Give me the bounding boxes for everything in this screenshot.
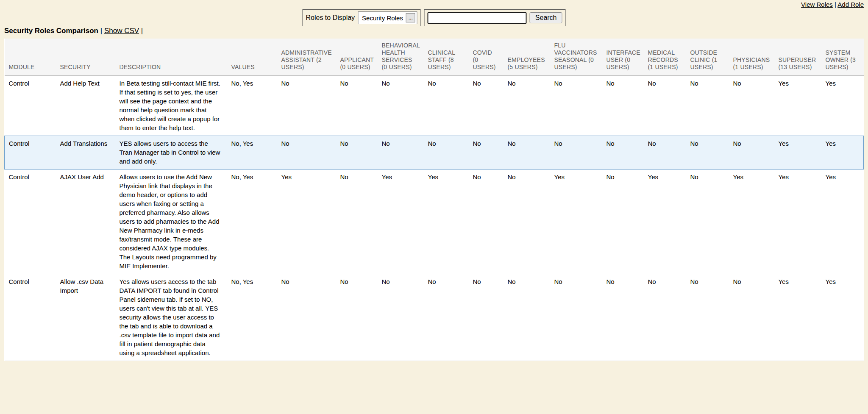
column-header-clinical-staff: CLINICAL STAFF (8 USERS) [424,39,469,75]
role-value-cell: No [504,136,550,169]
table-header-row: MODULE SECURITY DESCRIPTION VALUES ADMIN… [5,39,864,75]
role-value-cell: Yes [774,75,821,136]
role-value-cell: No [336,136,378,169]
role-value-cell: Yes [821,75,864,136]
column-header-covid: COVID (0 USERS) [469,39,504,75]
column-header-administrative-assistant: ADMINISTRATIVE ASSISTANT (2 USERS) [277,39,336,75]
roles-picker-button[interactable]: ... [406,13,415,22]
search-group: Search [424,9,566,26]
values-cell: No, Yes [227,75,277,136]
column-header-behavioral-health-services: BEHAVIORAL HEALTH SERVICES (0 USERS) [378,39,424,75]
search-button[interactable]: Search [530,12,562,23]
view-roles-link[interactable]: View Roles [801,1,833,8]
role-value-cell: No [469,169,504,274]
role-value-cell: No [336,169,378,274]
role-value-cell: No [277,75,336,136]
description-cell: In Beta testing still-contact MIE first.… [115,75,227,136]
role-value-cell: No [729,75,774,136]
role-value-cell: No [378,274,424,361]
values-cell: No, Yes [227,169,277,274]
role-value-cell: No [469,274,504,361]
role-value-cell: Yes [821,274,864,361]
role-value-cell: No [550,75,602,136]
role-value-cell: No [644,274,686,361]
role-value-cell: No [469,136,504,169]
roles-select-value: Security Roles [362,14,403,22]
column-header-system-owner: SYSTEM OWNER (3 USERS) [821,39,864,75]
role-value-cell: No [602,169,644,274]
table-row-highlighted[interactable]: Control Add Translations YES allows user… [5,136,864,169]
roles-to-display-group: Roles to Display Security Roles ... [302,9,420,26]
roles-toolbar: Roles to Display Security Roles ... Sear… [302,9,565,26]
module-cell: Control [5,136,56,169]
column-header-outside-clinic: OUTSIDE CLINIC (1 USERS) [686,39,729,75]
security-cell: AJAX User Add [56,169,115,274]
security-roles-comparison-table: MODULE SECURITY DESCRIPTION VALUES ADMIN… [4,39,864,361]
role-value-cell: No [686,75,729,136]
role-value-cell: No [424,136,469,169]
add-role-link[interactable]: Add Role [837,1,864,8]
column-header-description: DESCRIPTION [115,39,227,75]
role-value-cell: No [644,75,686,136]
table-row[interactable]: Control Allow .csv Data Import Yes allow… [5,274,864,361]
column-header-values: VALUES [227,39,277,75]
role-value-cell: Yes [774,274,821,361]
security-cell: Add Help Text [56,75,115,136]
column-header-interface-user: INTERFACE USER (0 USERS) [602,39,644,75]
role-value-cell: Yes [550,169,602,274]
role-value-cell: No [729,136,774,169]
search-input[interactable] [428,12,527,24]
role-value-cell: No [602,274,644,361]
role-value-cell: Yes [424,169,469,274]
column-header-physicians: PHYSICIANS (1 USERS) [729,39,774,75]
role-value-cell: No [504,274,550,361]
description-cell: YES allows users to access the Tran Mana… [115,136,227,169]
role-value-cell: No [504,169,550,274]
role-value-cell: No [277,274,336,361]
role-value-cell: Yes [774,169,821,274]
role-value-cell: Yes [378,169,424,274]
role-value-cell: No [644,136,686,169]
column-header-module: MODULE [5,39,56,75]
show-csv-link[interactable]: Show CSV [104,27,139,35]
description-cell: Yes allows users access to the tab DATA … [115,274,227,361]
column-header-employees: EMPLOYEES (5 USERS) [504,39,550,75]
role-value-cell: No [424,75,469,136]
table-row[interactable]: Control AJAX User Add Allows users to us… [5,169,864,274]
description-cell: Allows users to use the Add New Physicia… [115,169,227,274]
values-cell: No, Yes [227,136,277,169]
column-header-medical-records: MEDICAL RECORDS (1 USERS) [644,39,686,75]
column-header-flu-vaccinators-seasonal: FLU VACCINATORS SEASONAL (0 USERS) [550,39,602,75]
top-links: View Roles | Add Role [801,1,864,8]
role-value-cell: Yes [729,169,774,274]
page-heading: Security Roles Comparison | Show CSV | [4,27,143,35]
role-value-cell: No [602,75,644,136]
page-title: Security Roles Comparison [4,27,98,35]
security-roles-table-wrap: MODULE SECURITY DESCRIPTION VALUES ADMIN… [4,39,863,361]
module-cell: Control [5,169,56,274]
security-cell: Allow .csv Data Import [56,274,115,361]
role-value-cell: Yes [644,169,686,274]
heading-separator-2: | [141,27,143,35]
security-cell: Add Translations [56,136,115,169]
role-value-cell: No [424,274,469,361]
module-cell: Control [5,274,56,361]
role-value-cell: Yes [277,169,336,274]
values-cell: No, Yes [227,274,277,361]
column-header-applicant: APPLICANT (0 USERS) [336,39,378,75]
role-value-cell: No [336,75,378,136]
role-value-cell: No [602,136,644,169]
table-row[interactable]: Control Add Help Text In Beta testing st… [5,75,864,136]
role-value-cell: No [378,75,424,136]
role-value-cell: No [378,136,424,169]
role-value-cell: Yes [774,136,821,169]
role-value-cell: No [686,136,729,169]
role-value-cell: No [550,274,602,361]
role-value-cell: No [469,75,504,136]
roles-select[interactable]: Security Roles ... [358,11,417,24]
column-header-superuser: SUPERUSER (13 USERS) [774,39,821,75]
role-value-cell: No [504,75,550,136]
role-value-cell: Yes [821,169,864,274]
role-value-cell: No [277,136,336,169]
role-value-cell: No [550,136,602,169]
